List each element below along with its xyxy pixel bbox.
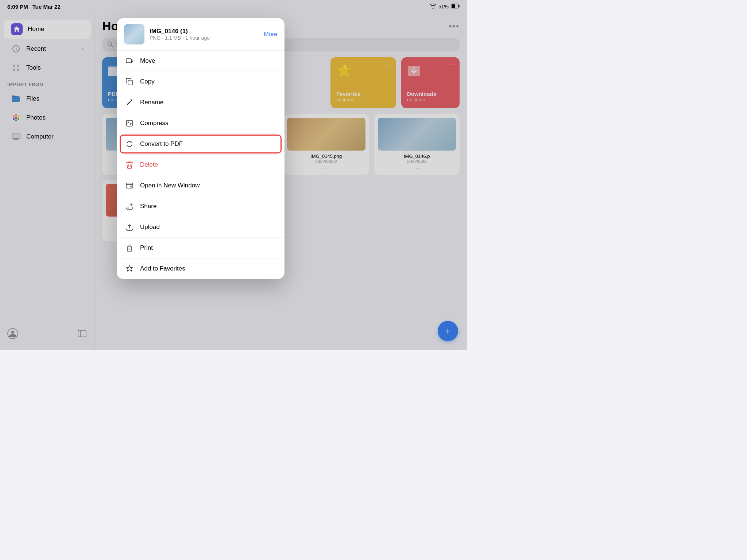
print-label: Print: [140, 244, 153, 252]
delete-icon: [125, 160, 134, 170]
svg-rect-25: [126, 59, 131, 63]
context-menu-item-open-window[interactable]: Open in New Window: [117, 175, 285, 196]
move-icon: [125, 56, 134, 66]
delete-label: Delete: [140, 161, 158, 168]
context-more-button[interactable]: More: [264, 31, 277, 38]
convert-pdf-icon: [125, 139, 134, 149]
compress-icon: [125, 118, 134, 128]
svg-point-31: [131, 248, 132, 248]
context-menu-item-add-favorites[interactable]: Add to Favorites: [117, 258, 285, 279]
share-icon: [125, 202, 134, 211]
upload-label: Upload: [140, 223, 160, 231]
svg-rect-30: [127, 249, 132, 251]
context-menu-item-upload[interactable]: Upload: [117, 217, 285, 238]
context-menu-item-convert-pdf[interactable]: Convert to PDF: [117, 134, 285, 155]
context-file-thumb: [124, 24, 144, 44]
context-file-name: IMG_0146 (1): [150, 28, 259, 35]
svg-rect-28: [126, 183, 133, 188]
copy-label: Copy: [140, 78, 155, 85]
open-window-icon: [125, 181, 134, 190]
context-file-info: IMG_0146 (1) PNG · 1.1 MB · 1 hour ago: [150, 28, 259, 41]
context-menu-item-compress[interactable]: Compress: [117, 113, 285, 134]
copy-icon: [125, 77, 134, 86]
context-menu-item-rename[interactable]: Rename: [117, 92, 285, 113]
svg-rect-27: [127, 120, 132, 126]
context-menu-header: IMG_0146 (1) PNG · 1.1 MB · 1 hour ago M…: [117, 18, 285, 51]
add-favorites-label: Add to Favorites: [140, 265, 185, 272]
context-menu-item-copy[interactable]: Copy: [117, 71, 285, 92]
context-menu-item-print[interactable]: Print: [117, 238, 285, 258]
rename-label: Rename: [140, 99, 163, 106]
print-icon: [125, 243, 134, 253]
context-menu-item-delete[interactable]: Delete: [117, 155, 285, 175]
star-icon: [125, 264, 134, 273]
open-window-label: Open in New Window: [140, 182, 200, 189]
convert-pdf-label: Convert to PDF: [140, 140, 183, 148]
context-file-meta: PNG · 1.1 MB · 1 hour ago: [150, 35, 259, 41]
share-label: Share: [140, 203, 156, 210]
move-label: Move: [140, 57, 155, 65]
context-menu-item-share[interactable]: Share: [117, 196, 285, 217]
compress-label: Compress: [140, 120, 168, 127]
context-menu-item-move[interactable]: Move: [117, 51, 285, 71]
context-menu: IMG_0146 (1) PNG · 1.1 MB · 1 hour ago M…: [117, 18, 285, 279]
upload-icon: [125, 222, 134, 232]
svg-rect-26: [128, 80, 132, 85]
rename-icon: [125, 98, 134, 107]
